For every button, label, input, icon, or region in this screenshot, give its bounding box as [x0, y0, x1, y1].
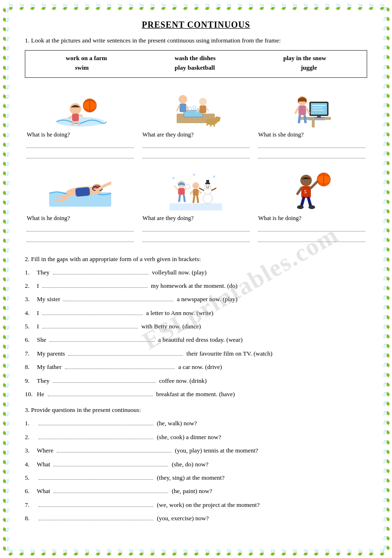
q-item-7: 7. (we, work) on the project at the mome… [25, 499, 367, 510]
svg-point-88 [308, 205, 315, 209]
svg-line-26 [211, 124, 212, 126]
question-label-2: What are they doing? [142, 131, 193, 138]
svg-line-40 [295, 107, 298, 114]
gap-item-10: 10. He breakfast at the moment. (have) [25, 389, 367, 400]
gap-item-8: 8. My father a car now. (drive) [25, 361, 367, 372]
picture-area-6: 5 [258, 170, 365, 213]
q-item-8: 8. (you, exercise) now? [25, 513, 367, 524]
picture-cell-1: What is he doing? [25, 84, 136, 163]
vocab-row-2: swim play basketball juggle [32, 64, 360, 72]
vocab-item: play in the snow [283, 54, 326, 62]
picture-area-2 [142, 86, 249, 129]
svg-rect-52 [170, 203, 222, 211]
answer-line-4b [27, 234, 134, 242]
svg-line-86 [308, 198, 311, 207]
svg-line-71 [190, 191, 193, 194]
svg-line-60 [199, 188, 204, 190]
gap-item-3: 3. My sister a newspaper now. (play) [25, 294, 367, 305]
svg-point-80 [300, 175, 312, 186]
svg-point-55 [205, 184, 211, 190]
svg-rect-37 [308, 118, 325, 120]
q-item-5: 5. (they, sing) at the moment? [25, 472, 367, 483]
svg-line-16 [177, 105, 180, 111]
answer-line-4a [27, 224, 134, 232]
vocab-item: play basketball [175, 64, 215, 72]
gap-item-1: 1. They volleyball now. (play) [25, 267, 367, 278]
svg-text:❄: ❄ [172, 176, 175, 180]
q-item-6: 6. What (he, paint) now? [25, 485, 367, 496]
question-label-6: What is he doing? [258, 215, 302, 222]
illustration-swim-ball [54, 87, 106, 128]
svg-line-67 [184, 195, 185, 202]
answer-line-1b [27, 151, 134, 158]
picture-cell-2: What are they doing? [140, 84, 251, 163]
answer-line-2a [142, 140, 249, 148]
illustration-snow: ❄ ❄ ❄ [170, 172, 222, 211]
q-item-4: 4. What (she, do) now? [25, 459, 367, 470]
question-label-1: What is he doing? [27, 131, 70, 138]
svg-rect-63 [178, 188, 185, 195]
answer-line-2b [142, 151, 249, 158]
answer-line-6a [258, 224, 365, 232]
section2: 2. Fill in the gaps with an appropriate … [25, 255, 367, 400]
svg-rect-4 [72, 114, 79, 121]
picture-cell-3: What is she doing? [256, 84, 367, 163]
picture-cell-6: 5 What is he doing? [256, 168, 367, 247]
q-item-1: 1. (he, walk) now? [25, 418, 367, 429]
svg-point-68 [185, 184, 190, 189]
svg-text:5: 5 [304, 189, 307, 194]
svg-line-61 [212, 188, 216, 190]
q-item-2: 2. (she, cook) a dinner now? [25, 432, 367, 442]
svg-rect-29 [312, 120, 315, 127]
illustration-swimmer [49, 173, 111, 209]
q-item-3: 3. Where (you, play) tennis at the momen… [25, 445, 367, 456]
picture-cell-5: ❄ ❄ ❄ What are they doing? [140, 168, 251, 247]
svg-rect-50 [75, 187, 90, 197]
svg-line-66 [179, 195, 180, 202]
svg-point-69 [192, 182, 199, 189]
picture-area-1 [27, 86, 134, 129]
svg-rect-59 [206, 180, 209, 184]
svg-rect-70 [193, 189, 199, 196]
question-label-4: What is he doing? [27, 215, 70, 222]
answer-line-3b [258, 151, 365, 158]
svg-point-24 [218, 117, 221, 119]
svg-point-87 [297, 205, 304, 209]
svg-line-73 [193, 196, 194, 203]
gap-item-2: 2. I my homework at the moment. (do) [25, 280, 367, 291]
picture-cell-4: What is he doing? [25, 168, 136, 247]
illustration-computer [286, 87, 338, 128]
vocab-item: wash the dishes [175, 54, 216, 62]
illustration-wash-dishes [170, 87, 222, 128]
vocab-item: work on a farm [66, 54, 107, 62]
gap-item-6: 6. She a beautiful red dress today. (wea… [25, 334, 367, 345]
svg-line-84 [297, 188, 301, 194]
svg-text:❄: ❄ [192, 173, 196, 177]
svg-line-74 [197, 196, 198, 203]
svg-rect-39 [298, 105, 306, 115]
picture-area-4 [27, 170, 134, 213]
question-label-3: What is she doing? [258, 131, 304, 138]
svg-rect-19 [200, 105, 206, 113]
svg-point-12 [193, 106, 196, 109]
gap-item-7: 7. My parents their favourite film on TV… [25, 348, 367, 359]
svg-line-85 [301, 198, 304, 207]
svg-line-42 [299, 115, 300, 123]
vocab-item: swim [75, 64, 89, 72]
svg-line-21 [206, 107, 209, 111]
picture-area-5: ❄ ❄ ❄ [142, 170, 249, 213]
svg-line-27 [214, 124, 214, 126]
svg-point-57 [208, 186, 209, 187]
section1-instruction: 1. Look at the pictures and write senten… [25, 36, 367, 45]
svg-line-83 [311, 181, 318, 188]
answer-line-6b [258, 234, 365, 242]
svg-line-64 [174, 186, 178, 190]
svg-rect-15 [180, 104, 186, 112]
svg-line-72 [199, 191, 201, 193]
illustration-basketball: 5 [288, 171, 336, 211]
answer-line-1a [27, 140, 134, 148]
picture-area-3 [258, 86, 365, 129]
answer-line-5b [142, 234, 249, 242]
vocab-row-1: work on a farm wash the dishes play in t… [32, 54, 360, 62]
gap-item-5: 5. I with Betty now. (dance) [25, 321, 367, 332]
